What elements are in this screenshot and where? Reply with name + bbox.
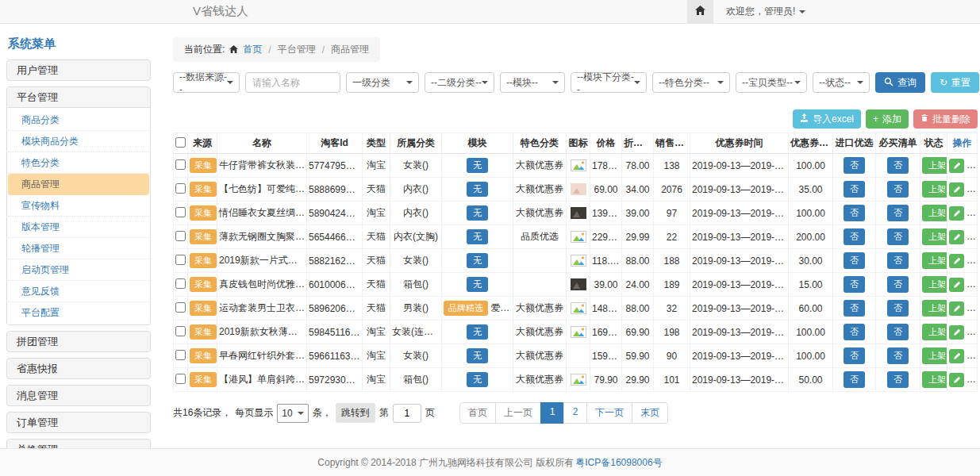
row-checkbox[interactable] <box>175 278 186 289</box>
sidebar-subitem[interactable]: 宣传物料 <box>8 195 149 217</box>
import-select-toggle[interactable]: 否 <box>844 371 865 388</box>
sidebar-group-header[interactable]: 用户管理 <box>7 60 150 80</box>
sidebar-group-header[interactable]: 拼团管理 <box>7 332 150 351</box>
status-toggle[interactable]: 上架 <box>922 205 947 221</box>
coupon-amount-cell: 60.00 <box>789 297 833 321</box>
per-page-select[interactable]: 10 <box>277 404 308 423</box>
sidebar-subitem[interactable]: 特色分类 <box>8 152 149 174</box>
row-checkbox[interactable] <box>175 302 186 313</box>
filter-select[interactable]: 一级分类 <box>346 72 419 93</box>
per-page-value: 10 <box>282 408 292 419</box>
status-toggle[interactable]: 上架 <box>922 300 947 317</box>
sidebar-group-header[interactable]: 省惠快报 <box>7 359 150 378</box>
edit-button[interactable] <box>949 301 964 316</box>
import-select-toggle[interactable]: 否 <box>844 324 865 340</box>
filter-select[interactable]: --二级分类-- <box>425 72 494 93</box>
row-checkbox[interactable] <box>175 255 186 265</box>
page-button[interactable]: 下一页 <box>586 402 632 424</box>
select-all-checkbox[interactable] <box>175 137 186 148</box>
filter-select[interactable]: --模块-- <box>500 72 565 93</box>
row-checkbox[interactable] <box>175 183 186 194</box>
filter-select[interactable]: --宝贝类型-- <box>736 72 807 93</box>
breadcrumb-home-link[interactable]: 首页 <box>243 43 262 56</box>
edit-button[interactable] <box>949 278 964 292</box>
name-search-input[interactable] <box>245 72 340 93</box>
type-cell: 淘宝 <box>363 344 390 368</box>
reset-button[interactable]: ↻ 重置 <box>931 72 979 93</box>
row-checkbox[interactable] <box>175 326 186 336</box>
must-buy-toggle[interactable]: 否 <box>887 228 909 245</box>
row-checkbox[interactable] <box>175 374 186 384</box>
status-toggle[interactable]: 上架 <box>922 252 947 269</box>
edit-button[interactable] <box>949 206 964 221</box>
search-button[interactable]: 查询 <box>875 72 925 93</box>
must-buy-toggle[interactable]: 否 <box>887 324 909 340</box>
status-toggle[interactable]: 上架 <box>922 371 947 388</box>
icp-link[interactable]: 粤ICP备16098006号 <box>575 456 662 470</box>
edit-button[interactable] <box>949 254 964 268</box>
status-toggle[interactable]: 上架 <box>922 324 947 340</box>
import-select-toggle[interactable]: 否 <box>844 276 865 293</box>
status-toggle[interactable]: 上架 <box>922 276 947 293</box>
sales-count-cell: 22 <box>654 225 690 249</box>
must-buy-toggle[interactable]: 否 <box>887 276 909 293</box>
sidebar-menu: 用户管理平台管理商品分类模块商品分类特色分类商品管理宣传物料版本管理轮播管理启动… <box>6 60 151 476</box>
sidebar-subitem[interactable]: 版本管理 <box>8 217 149 238</box>
import-select-toggle[interactable]: 否 <box>844 347 865 364</box>
page-button[interactable]: 2 <box>563 402 587 424</box>
import-select-toggle[interactable]: 否 <box>844 300 865 317</box>
status-toggle[interactable]: 上架 <box>922 181 947 198</box>
jump-to-button[interactable]: 跳转到 <box>336 403 375 423</box>
sidebar-subitem[interactable]: 商品分类 <box>8 109 149 131</box>
edit-button[interactable] <box>949 159 964 173</box>
filter-select[interactable]: --特色分类-- <box>652 72 730 93</box>
row-checkbox[interactable] <box>175 207 186 217</box>
status-toggle[interactable]: 上架 <box>922 157 947 174</box>
import-select-toggle[interactable]: 否 <box>844 205 865 221</box>
batch-delete-button[interactable]: 批量删除 <box>913 109 978 129</box>
import-select-toggle[interactable]: 否 <box>844 228 865 245</box>
import-select-toggle[interactable]: 否 <box>844 252 865 269</box>
status-toggle[interactable]: 上架 <box>922 347 947 364</box>
filter-select[interactable]: --数据来源-- <box>173 72 240 93</box>
import-select-toggle[interactable]: 否 <box>844 157 865 174</box>
sidebar-group-header[interactable]: 订单管理 <box>7 413 150 432</box>
edit-button[interactable] <box>949 349 964 363</box>
edit-button[interactable] <box>949 230 964 244</box>
sidebar-group-header[interactable]: 平台管理 <box>7 87 150 107</box>
must-buy-toggle[interactable]: 否 <box>887 181 909 198</box>
must-buy-toggle[interactable]: 否 <box>887 347 909 364</box>
must-buy-toggle[interactable]: 否 <box>887 371 909 388</box>
sidebar-subitem[interactable]: 意见反馈 <box>8 281 149 302</box>
sidebar-group: 用户管理 <box>6 60 151 81</box>
edit-button[interactable] <box>949 182 964 197</box>
edit-button[interactable] <box>949 325 964 340</box>
import-select-toggle[interactable]: 否 <box>844 181 865 198</box>
row-checkbox[interactable] <box>175 159 186 170</box>
sidebar-subitem[interactable]: 轮播管理 <box>8 238 149 259</box>
jump-page-input[interactable] <box>393 404 421 423</box>
sidebar-group-header[interactable]: 消息管理 <box>7 386 150 405</box>
must-buy-toggle[interactable]: 否 <box>887 300 909 317</box>
import-excel-button[interactable]: 导入excel <box>793 109 861 129</box>
row-checkbox[interactable] <box>175 231 186 241</box>
filter-select[interactable]: --模块下分类-- <box>571 72 647 93</box>
sidebar-subitem[interactable]: 商品管理 <box>8 174 149 195</box>
sidebar-subitem[interactable]: 模块商品分类 <box>8 131 149 152</box>
add-button[interactable]: + 添加 <box>866 109 909 129</box>
sidebar-subitem[interactable]: 平台配置 <box>8 302 149 323</box>
must-buy-toggle[interactable]: 否 <box>887 205 909 221</box>
edit-button[interactable] <box>949 373 964 387</box>
discount-price-cell: 88.00 <box>622 249 654 273</box>
must-buy-toggle[interactable]: 否 <box>887 252 909 269</box>
user-menu[interactable]: 欢迎您，管理员! <box>713 0 818 23</box>
page-button[interactable]: 1 <box>540 402 564 424</box>
filter-select[interactable]: --状态-- <box>813 72 870 93</box>
row-checkbox[interactable] <box>175 350 186 360</box>
home-icon-button[interactable] <box>687 0 713 23</box>
refresh-icon: ↻ <box>940 77 947 88</box>
status-toggle[interactable]: 上架 <box>922 228 947 245</box>
sidebar-subitem[interactable]: 启动页管理 <box>8 259 149 281</box>
page-button[interactable]: 末页 <box>632 402 668 424</box>
must-buy-toggle[interactable]: 否 <box>887 157 909 174</box>
